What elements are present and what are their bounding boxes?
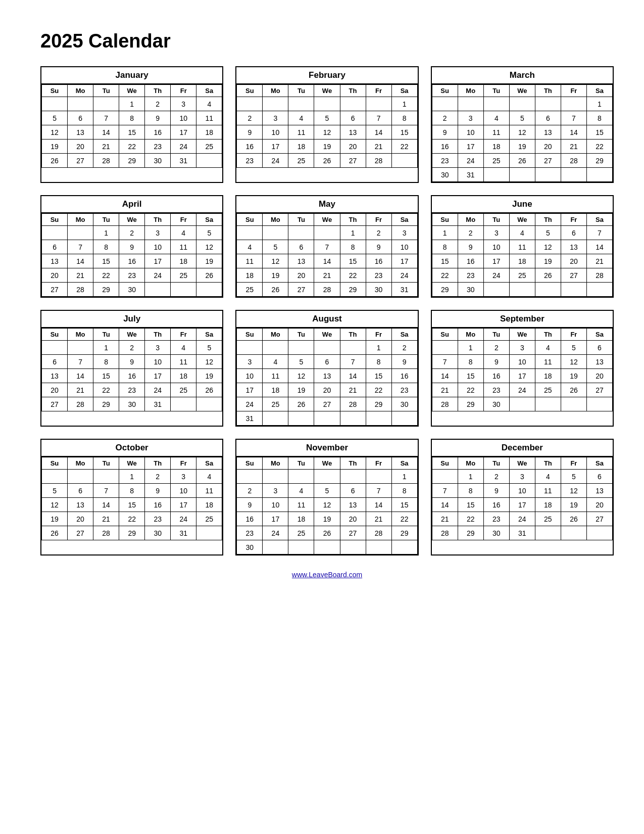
calendar-day: 4	[483, 111, 509, 125]
table-row: 2930	[432, 283, 612, 297]
calendar-day: 14	[68, 369, 93, 383]
calendar-day	[432, 341, 458, 355]
calendar-day: 2	[483, 341, 509, 355]
calendar-day	[263, 470, 288, 484]
calendar-day: 3	[237, 355, 263, 369]
day-header-th: Th	[535, 329, 561, 341]
calendar-day	[171, 397, 196, 411]
day-header-sa: Sa	[196, 85, 222, 97]
calendar-day: 30	[391, 397, 417, 411]
calendar-day: 3	[145, 341, 171, 355]
calendar-day: 10	[237, 369, 263, 383]
calendar-day: 3	[483, 226, 509, 240]
calendar-day: 23	[237, 526, 263, 540]
calendar-day: 26	[42, 154, 68, 168]
table-row: 30	[237, 540, 417, 554]
table-row: 1	[237, 97, 417, 111]
calendar-day: 21	[586, 254, 612, 268]
calendar-day	[340, 97, 366, 111]
calendar-day: 7	[314, 240, 340, 254]
calendar-day: 14	[432, 498, 458, 512]
calendar-day: 14	[93, 125, 119, 140]
calendar-day: 12	[561, 484, 586, 498]
calendar-day: 22	[391, 512, 417, 526]
calendar-day: 6	[42, 355, 68, 369]
table-row: 1234	[42, 97, 222, 111]
calendar-day: 8	[586, 111, 612, 125]
calendar-day: 24	[171, 512, 196, 526]
table-row: 3456789	[237, 355, 417, 369]
day-header-we: We	[509, 214, 535, 226]
calendar-day: 30	[483, 526, 509, 540]
calendar-day: 2	[432, 111, 458, 125]
day-header-fr: Fr	[171, 329, 196, 341]
calendar-day: 22	[93, 383, 119, 397]
calendar-day: 6	[586, 341, 612, 355]
calendar-day: 13	[42, 254, 68, 268]
calendar-day: 7	[68, 355, 93, 369]
calendar-day: 10	[171, 484, 196, 498]
calendar-day: 10	[509, 355, 535, 369]
month-title-may: May	[236, 196, 417, 213]
calendar-day: 3	[263, 111, 288, 125]
calendar-day: 2	[366, 226, 391, 240]
calendar-day: 6	[68, 484, 93, 498]
calendar-day: 11	[171, 240, 196, 254]
calendar-day: 27	[586, 512, 612, 526]
calendar-day: 23	[145, 140, 171, 154]
calendar-day: 18	[535, 498, 561, 512]
day-header-th: Th	[340, 457, 366, 470]
day-header-mo: Mo	[458, 85, 483, 97]
calendar-day: 17	[509, 369, 535, 383]
calendar-day: 23	[366, 268, 391, 283]
calendar-day: 23	[483, 383, 509, 397]
calendar-day: 27	[314, 397, 340, 411]
calendar-day: 29	[391, 526, 417, 540]
calendar-day	[458, 97, 483, 111]
calendar-day: 29	[119, 154, 145, 168]
calendar-day: 22	[119, 512, 145, 526]
table-row: 16171819202122	[237, 140, 417, 154]
day-header-sa: Sa	[391, 85, 417, 97]
calendar-day: 26	[314, 526, 340, 540]
calendar-day: 25	[171, 268, 196, 283]
table-row: 20212223242526	[42, 268, 222, 283]
calendar-day: 3	[171, 97, 196, 111]
calendar-day: 13	[68, 125, 93, 140]
day-header-mo: Mo	[458, 214, 483, 226]
table-row: 2345678	[432, 111, 612, 125]
calendar-day	[196, 154, 222, 168]
day-header-sa: Sa	[196, 214, 222, 226]
calendar-day: 20	[68, 140, 93, 154]
calendar-day: 22	[340, 268, 366, 283]
calendar-day: 2	[145, 470, 171, 484]
calendar-day: 4	[263, 355, 288, 369]
calendar-day: 3	[263, 484, 288, 498]
calendar-day: 19	[196, 369, 222, 383]
footer-link[interactable]: www.LeaveBoard.com	[40, 571, 614, 579]
calendar-day: 1	[119, 470, 145, 484]
calendar-day: 13	[288, 254, 314, 268]
calendar-day: 27	[42, 283, 68, 297]
calendar-day: 15	[432, 254, 458, 268]
table-row: 123	[237, 226, 417, 240]
table-row: 15161718192021	[432, 254, 612, 268]
calendar-day: 15	[458, 498, 483, 512]
calendar-day: 28	[366, 154, 391, 168]
calendar-day: 10	[145, 355, 171, 369]
calendar-day: 20	[535, 140, 561, 154]
calendar-day: 16	[432, 140, 458, 154]
calendar-day: 28	[68, 397, 93, 411]
calendar-day: 27	[340, 526, 366, 540]
month-september: SeptemberSuMoTuWeThFrSa12345678910111213…	[431, 310, 614, 427]
calendar-day: 18	[535, 369, 561, 383]
calendar-day: 21	[68, 268, 93, 283]
calendar-day: 26	[196, 383, 222, 397]
calendar-day: 17	[171, 125, 196, 140]
calendar-day: 6	[42, 240, 68, 254]
calendar-day: 22	[366, 383, 391, 397]
calendar-day: 16	[458, 254, 483, 268]
day-header-mo: Mo	[68, 457, 93, 470]
calendar-day: 24	[458, 154, 483, 168]
calendar-day: 22	[458, 512, 483, 526]
